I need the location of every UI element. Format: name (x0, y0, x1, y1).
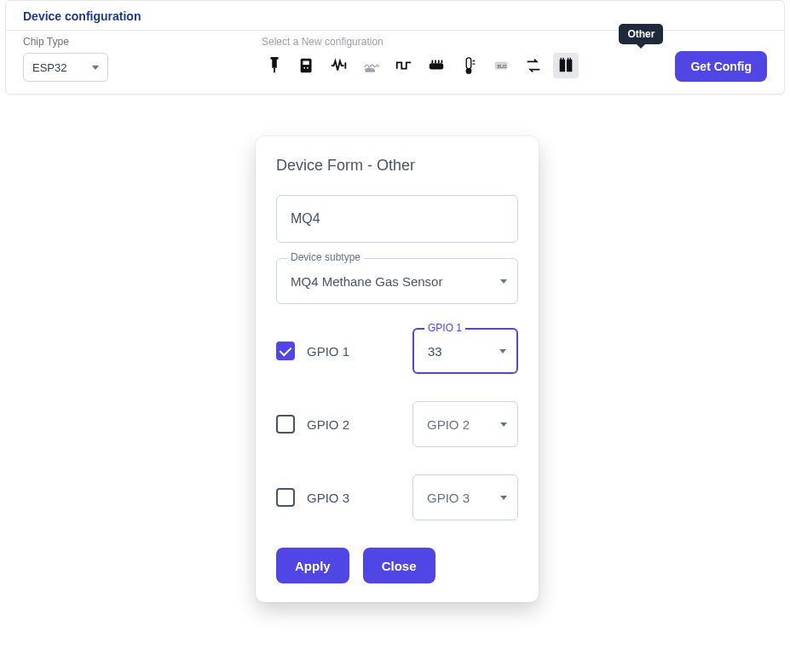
square-wave-icon[interactable] (391, 53, 417, 78)
svg-rect-1 (274, 68, 275, 73)
svg-rect-18 (567, 60, 572, 72)
gpio-2-label: GPIO 2 (307, 417, 375, 432)
gpio-3-label: GPIO 3 (307, 491, 375, 505)
chip-type-value: ESP32 (32, 61, 66, 74)
svg-rect-3 (301, 59, 312, 73)
gpio-3-value: GPIO 3 (427, 491, 500, 505)
device-subtype-value: MQ4 Methane Gas Sensor (291, 274, 500, 289)
svg-rect-8 (430, 63, 444, 69)
chevron-down-icon (500, 422, 507, 427)
svg-rect-10 (435, 60, 436, 64)
sensor-icon[interactable] (262, 53, 287, 78)
new-config-block: Select a New configuration ultra (262, 36, 658, 78)
gpio-row-1: GPIO 1GPIO 133 (276, 328, 518, 374)
svg-rect-19 (561, 58, 562, 60)
device-subtype-label: Device subtype (287, 251, 364, 263)
device-config-panel: Device configuration Chip Type ESP32 Sel… (5, 0, 785, 95)
svg-rect-0 (272, 59, 277, 68)
modal-title: Device Form - Other (276, 157, 518, 175)
gpio-2-select[interactable]: GPIO 2 (412, 401, 518, 447)
other-icon[interactable] (553, 53, 579, 78)
ultrasonic-icon[interactable]: ultra (359, 53, 384, 78)
chip-type-label: Chip Type (23, 36, 245, 48)
chip-type-block: Chip Type ESP32 (23, 36, 245, 82)
gpio-1-value: 33 (428, 344, 499, 359)
gpio-row-2: GPIO 2GPIO 2 (276, 401, 518, 447)
device-subtype-select[interactable]: Device subtype MQ4 Methane Gas Sensor (276, 258, 518, 304)
config-icon-row: ultra BUS (262, 53, 658, 78)
svg-rect-12 (441, 60, 443, 64)
signal-icon[interactable] (326, 53, 352, 78)
svg-rect-22 (570, 58, 571, 60)
svg-rect-17 (560, 60, 565, 72)
chip-type-select[interactable]: ESP32 (23, 53, 108, 82)
apply-button[interactable]: Apply (276, 548, 349, 583)
svg-rect-4 (303, 61, 309, 66)
bus-icon[interactable]: BUS (488, 53, 514, 78)
gpio-1-select[interactable]: GPIO 133 (412, 328, 518, 374)
gpio-row-3: GPIO 3GPIO 3 (276, 474, 518, 520)
chevron-down-icon (92, 66, 99, 70)
swap-icon[interactable] (521, 53, 546, 78)
svg-rect-13 (466, 58, 471, 69)
chevron-down-icon (500, 496, 507, 500)
panel-body: Chip Type ESP32 Select a New configurati… (6, 31, 784, 94)
svg-text:ultra: ultra (366, 67, 376, 72)
new-config-label: Select a New configuration (262, 36, 658, 48)
svg-point-6 (307, 67, 309, 69)
chevron-down-icon (499, 349, 506, 353)
gpio-1-checkbox[interactable] (276, 342, 295, 360)
svg-rect-20 (562, 58, 563, 60)
get-config-button[interactable]: Get Config (675, 51, 767, 82)
thermometer-icon[interactable] (456, 53, 481, 78)
svg-text:BUS: BUS (497, 64, 507, 69)
gpio-2-value: GPIO 2 (427, 417, 500, 432)
panel-title: Device configuration (6, 1, 784, 31)
gpio-1-float-label: GPIO 1 (424, 322, 465, 334)
device-name-input[interactable] (276, 195, 518, 243)
modal-actions: Apply Close (276, 548, 518, 583)
svg-rect-9 (432, 60, 434, 64)
gpio-1-label: GPIO 1 (307, 344, 375, 359)
other-tooltip: Other (619, 24, 663, 44)
svg-rect-11 (438, 60, 440, 64)
svg-rect-21 (568, 58, 568, 60)
display-icon[interactable] (294, 53, 320, 78)
gpio-3-checkbox[interactable] (276, 488, 295, 507)
svg-point-5 (303, 67, 305, 69)
svg-rect-2 (270, 57, 278, 60)
close-button[interactable]: Close (363, 548, 435, 583)
gpio-3-select[interactable]: GPIO 3 (412, 474, 518, 520)
connector-icon[interactable] (424, 53, 449, 78)
device-form-modal: Device Form - Other Device subtype MQ4 M… (256, 136, 539, 602)
svg-point-14 (466, 69, 471, 74)
chevron-down-icon (500, 279, 507, 284)
gpio-2-checkbox[interactable] (276, 415, 295, 434)
